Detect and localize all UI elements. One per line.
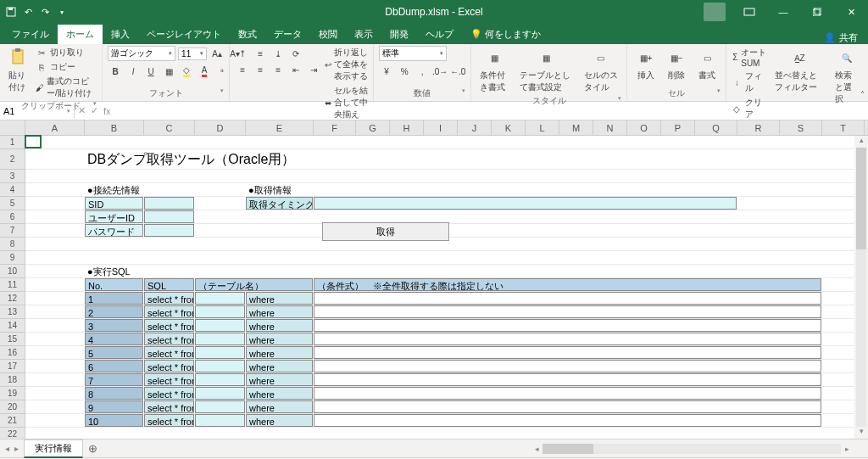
column-header[interactable]: H bbox=[390, 120, 424, 135]
vertical-scrollbar[interactable]: ▴ ▾ bbox=[854, 136, 868, 439]
column-header[interactable]: C bbox=[144, 120, 195, 135]
select-all-corner[interactable] bbox=[0, 120, 25, 135]
column-header[interactable]: R bbox=[737, 120, 780, 135]
comma-icon[interactable]: , bbox=[415, 64, 430, 79]
td-cond[interactable] bbox=[314, 360, 821, 372]
column-header[interactable]: D bbox=[195, 120, 246, 135]
fx-icon[interactable]: fx bbox=[103, 106, 111, 116]
currency-icon[interactable]: ¥ bbox=[379, 64, 394, 79]
column-header[interactable]: T bbox=[822, 120, 865, 135]
redo-icon[interactable]: ↷ bbox=[39, 6, 51, 18]
row-header[interactable]: 20 bbox=[0, 400, 25, 414]
border-button[interactable]: ▦ bbox=[161, 64, 176, 79]
tab-layout[interactable]: ページレイアウト bbox=[138, 25, 230, 44]
column-header[interactable]: P bbox=[661, 120, 695, 135]
add-sheet-button[interactable]: ⊕ bbox=[88, 442, 97, 455]
spreadsheet-grid[interactable]: ABCDEFGHIJKLMNOPQRST 1234567891011121314… bbox=[0, 120, 868, 439]
number-format-combo[interactable]: 標準▾ bbox=[379, 46, 447, 61]
share-button[interactable]: 👤共有 bbox=[824, 31, 868, 44]
scroll-up-icon[interactable]: ▴ bbox=[854, 136, 868, 148]
td-cond[interactable] bbox=[314, 373, 821, 386]
increase-decimal-icon[interactable]: .0→ bbox=[432, 64, 448, 79]
tab-data[interactable]: データ bbox=[265, 25, 310, 44]
autosum-button[interactable]: Σオート SUM bbox=[732, 46, 767, 69]
orientation-icon[interactable]: ⟳ bbox=[288, 46, 303, 61]
column-header[interactable]: L bbox=[526, 120, 559, 135]
get-button[interactable]: 取得 bbox=[322, 222, 449, 241]
tab-file[interactable]: ファイル bbox=[3, 25, 58, 44]
paste-button[interactable]: 貼り付け bbox=[5, 46, 32, 95]
row-header[interactable]: 22 bbox=[0, 428, 25, 439]
td-table[interactable] bbox=[195, 333, 245, 345]
undo-icon[interactable]: ↶ bbox=[22, 6, 34, 18]
fill-color-button[interactable]: ◇ bbox=[179, 64, 194, 79]
column-header[interactable]: J bbox=[458, 120, 492, 135]
td-table[interactable] bbox=[195, 360, 245, 372]
copy-button[interactable]: ⎘コピー bbox=[36, 60, 97, 74]
row-header[interactable]: 7 bbox=[0, 224, 25, 238]
tab-help[interactable]: ヘルプ bbox=[417, 25, 462, 44]
td-table[interactable] bbox=[195, 400, 245, 413]
save-icon[interactable] bbox=[5, 6, 17, 18]
tab-home[interactable]: ホーム bbox=[58, 25, 103, 44]
font-size-combo[interactable]: 11▾ bbox=[178, 48, 207, 60]
clear-button[interactable]: ◇クリア bbox=[732, 96, 767, 121]
row-header[interactable]: 2 bbox=[0, 149, 25, 170]
insert-cells-button[interactable]: ▦+挿入 bbox=[632, 46, 659, 83]
row-header[interactable]: 14 bbox=[0, 319, 25, 333]
td-table[interactable] bbox=[195, 373, 245, 386]
column-header[interactable]: K bbox=[492, 120, 526, 135]
column-header[interactable]: B bbox=[85, 120, 144, 135]
tab-nav-prev-icon[interactable]: ◂ bbox=[5, 444, 9, 453]
collapse-ribbon-icon[interactable]: ˄ bbox=[860, 90, 865, 99]
hscroll-thumb[interactable] bbox=[542, 444, 593, 454]
align-left-icon[interactable]: ≡ bbox=[235, 62, 250, 77]
font-name-combo[interactable]: 游ゴシック▾ bbox=[108, 46, 175, 61]
qat-dropdown-icon[interactable]: ▾ bbox=[56, 6, 68, 18]
close-button[interactable]: ✕ bbox=[834, 0, 868, 24]
tab-developer[interactable]: 開発 bbox=[381, 25, 417, 44]
input-userid[interactable] bbox=[144, 210, 194, 223]
tab-formulas[interactable]: 数式 bbox=[230, 25, 265, 44]
align-bottom-icon[interactable]: ⤓ bbox=[270, 46, 286, 61]
cut-button[interactable]: ✂切り取り bbox=[36, 46, 97, 59]
row-header[interactable]: 5 bbox=[0, 197, 25, 210]
td-table[interactable] bbox=[195, 319, 245, 332]
sheet-tab-active[interactable]: 実行情報 bbox=[24, 439, 83, 458]
vscroll-thumb[interactable] bbox=[856, 148, 866, 249]
row-header[interactable]: 15 bbox=[0, 333, 25, 346]
td-table[interactable] bbox=[195, 292, 245, 305]
align-top-icon[interactable]: ⤒ bbox=[235, 46, 250, 61]
ribbon-options-icon[interactable] bbox=[732, 0, 766, 24]
row-header[interactable]: 19 bbox=[0, 387, 25, 400]
td-cond[interactable] bbox=[314, 346, 821, 359]
td-table[interactable] bbox=[195, 414, 245, 427]
row-header[interactable]: 11 bbox=[0, 278, 25, 292]
wrap-text-button[interactable]: ↩折り返して全体を表示する bbox=[325, 46, 368, 83]
row-header[interactable]: 17 bbox=[0, 360, 25, 373]
format-painter-button[interactable]: 🖌書式のコピー/貼り付け bbox=[36, 75, 97, 100]
column-header[interactable]: Q bbox=[695, 120, 737, 135]
delete-cells-button[interactable]: ▦−削除 bbox=[663, 46, 690, 83]
tab-insert[interactable]: 挿入 bbox=[103, 25, 138, 44]
td-cond[interactable] bbox=[314, 292, 821, 305]
td-table[interactable] bbox=[195, 346, 245, 359]
tellme-search[interactable]: 💡 何をしますか bbox=[462, 25, 549, 44]
input-timing[interactable] bbox=[314, 197, 737, 210]
column-header[interactable]: I bbox=[424, 120, 458, 135]
td-cond[interactable] bbox=[314, 400, 821, 413]
row-header[interactable]: 12 bbox=[0, 292, 25, 305]
phonetic-button[interactable]: ᵃ bbox=[214, 64, 230, 79]
td-cond[interactable] bbox=[314, 319, 821, 332]
italic-button[interactable]: I bbox=[125, 64, 141, 79]
tab-nav-next-icon[interactable]: ▸ bbox=[14, 444, 19, 453]
indent-increase-icon[interactable]: ⇥ bbox=[306, 62, 321, 77]
row-header[interactable]: 3 bbox=[0, 170, 25, 183]
font-color-button[interactable]: A bbox=[197, 64, 212, 79]
horizontal-scrollbar[interactable]: ◂ ▸ bbox=[531, 443, 853, 455]
merge-center-button[interactable]: ⬌セルを結合して中央揃え bbox=[325, 84, 368, 121]
align-right-icon[interactable]: ≡ bbox=[270, 62, 286, 77]
cell-styles-button[interactable]: ▭セルのスタイル bbox=[581, 46, 622, 95]
column-header[interactable]: A bbox=[25, 120, 85, 135]
row-header[interactable]: 10 bbox=[0, 265, 25, 278]
